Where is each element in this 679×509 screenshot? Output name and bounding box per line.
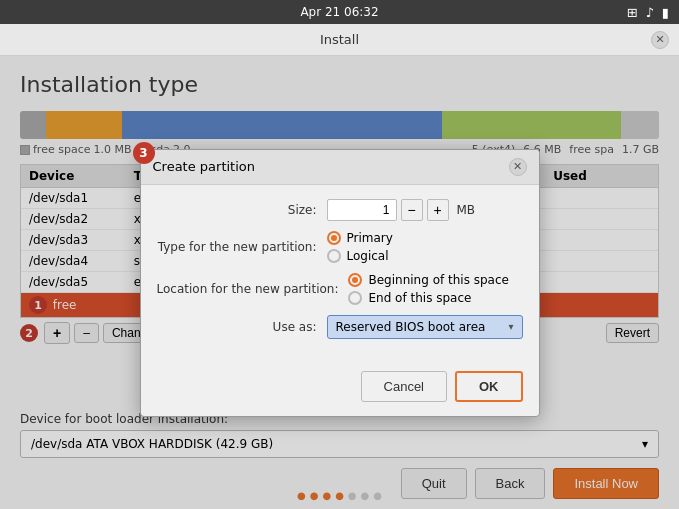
modal-overlay: 3 Create partition ✕ Size: − + MB — [0, 56, 679, 509]
radio-logical[interactable]: Logical — [327, 249, 393, 263]
battery-icon: ▮ — [662, 5, 669, 20]
window-title: Install — [320, 32, 359, 47]
topbar-datetime: Apr 21 06:32 — [300, 5, 378, 19]
radio-beginning-label: Beginning of this space — [368, 273, 508, 287]
size-label: Size: — [157, 203, 327, 217]
use-as-label: Use as: — [157, 320, 327, 334]
modal-badge: 3 — [133, 142, 155, 164]
partition-type-options: Primary Logical — [327, 231, 393, 263]
main-content: Installation type free space 1.0 MB sda … — [0, 56, 679, 509]
cancel-button[interactable]: Cancel — [361, 371, 447, 402]
location-options: Beginning of this space End of this spac… — [348, 273, 508, 305]
topbar: Apr 21 06:32 ⊞ ♪ ▮ — [0, 0, 679, 24]
size-input[interactable] — [327, 199, 397, 221]
modal-header: Create partition ✕ — [141, 150, 539, 185]
size-decrement-button[interactable]: − — [401, 199, 423, 221]
modal-close-button[interactable]: ✕ — [509, 158, 527, 176]
use-as-select[interactable]: Reserved BIOS boot area ▾ — [327, 315, 523, 339]
create-partition-modal: 3 Create partition ✕ Size: − + MB — [140, 149, 540, 417]
modal-title: Create partition — [153, 159, 256, 174]
location-row: Location for the new partition: Beginnin… — [157, 273, 523, 305]
topbar-icons: ⊞ ♪ ▮ — [627, 5, 669, 20]
network-icon: ⊞ — [627, 5, 638, 20]
radio-beginning[interactable]: Beginning of this space — [348, 273, 508, 287]
radio-end[interactable]: End of this space — [348, 291, 508, 305]
size-unit-label: MB — [457, 203, 476, 217]
location-label: Location for the new partition: — [157, 282, 349, 296]
use-as-row: Use as: Reserved BIOS boot area ▾ — [157, 315, 523, 339]
radio-beginning-dot — [348, 273, 362, 287]
volume-icon: ♪ — [646, 5, 654, 20]
ok-button[interactable]: OK — [455, 371, 523, 402]
modal-footer: Cancel OK — [141, 363, 539, 416]
window-titlebar: Install ✕ — [0, 24, 679, 56]
use-as-value: Reserved BIOS boot area — [336, 320, 486, 334]
radio-end-dot — [348, 291, 362, 305]
radio-logical-label: Logical — [347, 249, 389, 263]
modal-body: Size: − + MB Type for the new partition: — [141, 185, 539, 363]
select-arrow-icon: ▾ — [508, 321, 513, 332]
size-row: Size: − + MB — [157, 199, 523, 221]
radio-end-label: End of this space — [368, 291, 471, 305]
size-control-group: − + MB — [327, 199, 476, 221]
radio-logical-dot — [327, 249, 341, 263]
window-close-button[interactable]: ✕ — [651, 31, 669, 49]
partition-type-label: Type for the new partition: — [157, 240, 327, 254]
size-increment-button[interactable]: + — [427, 199, 449, 221]
radio-primary[interactable]: Primary — [327, 231, 393, 245]
partition-type-row: Type for the new partition: Primary Logi… — [157, 231, 523, 263]
radio-primary-dot — [327, 231, 341, 245]
radio-primary-label: Primary — [347, 231, 393, 245]
